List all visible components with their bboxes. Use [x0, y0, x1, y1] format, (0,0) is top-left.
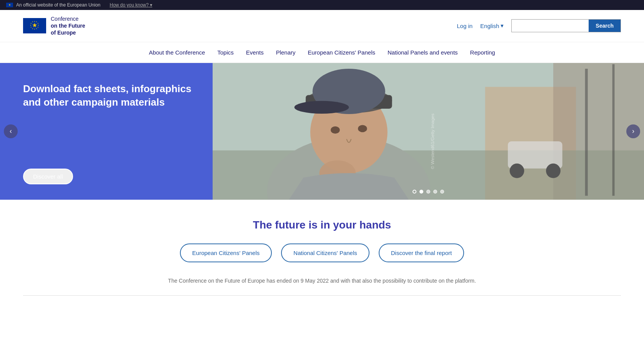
svg-text:★: ★ [30, 24, 32, 26]
carousel-prev-button[interactable]: ‹ [4, 124, 18, 138]
carousel-image-panel: © Westend61/Getty Images [213, 63, 644, 200]
carousel-next-button[interactable]: › [626, 124, 640, 138]
nav-events[interactable]: Events [246, 49, 264, 56]
eu-flag-small-icon: ★ [6, 3, 13, 7]
svg-text:© Westend61/Getty Images: © Westend61/Getty Images [430, 113, 435, 169]
nav-reporting[interactable]: Reporting [470, 49, 495, 56]
svg-text:★: ★ [32, 21, 33, 23]
nav-plenary[interactable]: Plenary [276, 49, 296, 56]
search-box: Search [511, 19, 621, 32]
carousel-left-panel: Download fact sheets, infographics and o… [0, 63, 213, 200]
carousel-dot-5[interactable] [440, 190, 444, 194]
conference-note: The Conference on the Future of Europe h… [23, 278, 621, 284]
svg-point-29 [331, 126, 340, 134]
official-text: An official website of the European Unio… [16, 2, 100, 8]
svg-text:★: ★ [34, 28, 35, 30]
carousel-dot-2[interactable] [419, 190, 423, 194]
header: ★ ★ ★ ★ ★ ★ ★ ★ ★ ★ ★ ★ ★ Conf [0, 10, 644, 42]
language-selector[interactable]: English ▾ [480, 22, 504, 29]
tagline: The future is in your hands [23, 219, 621, 231]
search-button[interactable]: Search [589, 20, 621, 32]
eu-flag-icon: ★ ★ ★ ★ ★ ★ ★ ★ ★ ★ ★ ★ ★ [23, 18, 46, 33]
svg-text:★: ★ [37, 26, 39, 28]
header-right: Log in English ▾ Search [457, 19, 621, 32]
svg-point-19 [509, 163, 524, 178]
logo-area: ★ ★ ★ ★ ★ ★ ★ ★ ★ ★ ★ ★ ★ Conf [23, 15, 457, 36]
nav-about[interactable]: About the Conference [149, 49, 205, 56]
svg-point-28 [294, 101, 349, 113]
svg-text:★: ★ [36, 28, 37, 30]
carousel-image: © Westend61/Getty Images [213, 63, 644, 200]
how-do-you-know-link[interactable]: How do you know? ▾ [110, 2, 152, 8]
svg-text:★: ★ [32, 28, 33, 30]
svg-point-20 [546, 163, 561, 178]
site-title: Conference on the Future of Europe [51, 15, 85, 36]
search-input[interactable] [512, 20, 589, 32]
final-report-cta-button[interactable]: Discover the final report [379, 243, 464, 262]
main-nav: About the Conference Topics Events Plena… [0, 42, 644, 63]
below-hero-section: The future is in your hands European Cit… [0, 200, 644, 307]
login-link[interactable]: Log in [457, 23, 473, 29]
discover-all-button[interactable]: Discover all [23, 169, 73, 184]
svg-rect-22 [612, 64, 614, 196]
nav-ecp[interactable]: European Citizens' Panels [308, 49, 375, 56]
carousel-dot-3[interactable] [426, 190, 430, 194]
hero-carousel: ‹ Download fact sheets, infographics and… [0, 63, 644, 200]
ncp-cta-button[interactable]: National Citizens' Panels [281, 243, 369, 262]
svg-text:★: ★ [34, 20, 35, 22]
svg-text:★: ★ [30, 26, 32, 28]
carousel-dots [413, 190, 444, 194]
carousel-heading: Download fact sheets, infographics and o… [23, 82, 197, 109]
nav-topics[interactable]: Topics [217, 49, 234, 56]
ecp-cta-button[interactable]: European Citizens' Panels [180, 243, 272, 262]
section-divider [23, 295, 621, 296]
svg-point-30 [358, 125, 367, 132]
carousel-dot-4[interactable] [433, 190, 437, 194]
svg-rect-21 [585, 69, 587, 196]
cta-buttons: European Citizens' Panels National Citiz… [23, 243, 621, 262]
nav-npe[interactable]: National Panels and events [388, 49, 458, 56]
top-bar: ★ An official website of the European Un… [0, 0, 644, 10]
carousel-dot-1[interactable] [413, 190, 416, 194]
